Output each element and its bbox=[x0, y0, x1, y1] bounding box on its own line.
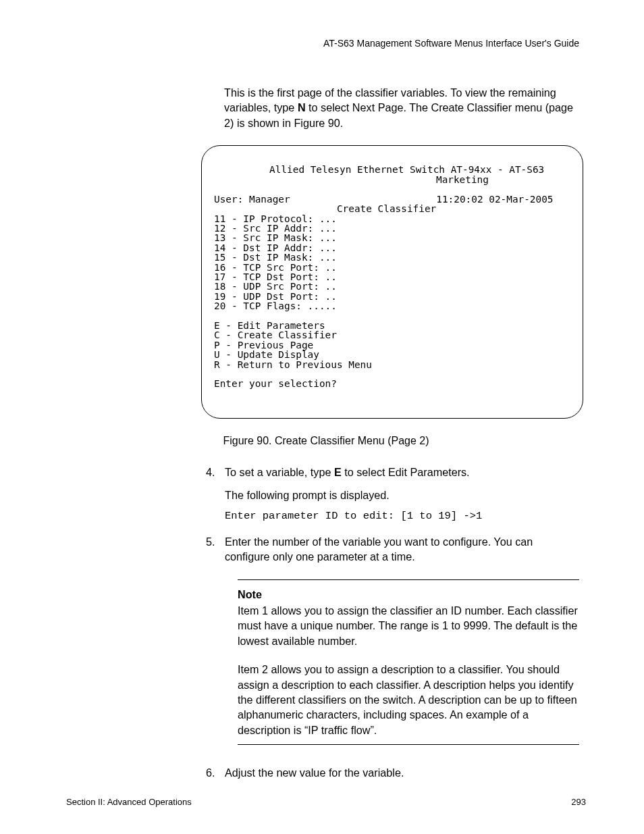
step-4: 4. To set a variable, type E to select E… bbox=[206, 465, 579, 479]
step-text: Adjust the new value for the variable. bbox=[225, 765, 579, 780]
terminal-row: 20 - TCP Flags: ..... bbox=[214, 301, 337, 311]
terminal-content: Allied Telesyn Ethernet Switch AT-94xx -… bbox=[214, 165, 570, 388]
note-paragraph-2: Item 2 allows you to assign a descriptio… bbox=[238, 662, 579, 737]
step-number: 4. bbox=[206, 465, 225, 479]
intro-paragraph: This is the first page of the classifier… bbox=[224, 85, 579, 130]
step-number: 5. bbox=[206, 534, 225, 565]
step-text: To set a variable, type E to select Edit… bbox=[225, 465, 579, 479]
step-text: Enter the number of the variable you wan… bbox=[225, 534, 579, 565]
terminal-screen: Allied Telesyn Ethernet Switch AT-94xx -… bbox=[201, 145, 583, 419]
step-number: 6. bbox=[206, 765, 225, 780]
step-5: 5. Enter the number of the variable you … bbox=[206, 534, 579, 565]
step-4-prompt: Enter parameter ID to edit: [1 to 19] ->… bbox=[225, 510, 586, 522]
terminal-prompt: Enter your selection? bbox=[214, 378, 337, 389]
page-footer: Section II: Advanced Operations 293 bbox=[66, 797, 586, 807]
step-6: 6. Adjust the new value for the variable… bbox=[206, 765, 579, 780]
footer-section: Section II: Advanced Operations bbox=[66, 797, 192, 807]
terminal-cmd: R - Return to Previous Menu bbox=[214, 359, 372, 370]
running-header: AT-S63 Management Software Menus Interfa… bbox=[66, 38, 579, 49]
step-4-subtext: The following prompt is displayed. bbox=[225, 489, 579, 502]
page: AT-S63 Management Software Menus Interfa… bbox=[0, 0, 644, 834]
note-paragraph-1: Item 1 allows you to assign the classifi… bbox=[238, 603, 579, 648]
terminal-subtitle: Create Classifier bbox=[337, 203, 436, 214]
note-block: Note Item 1 allows you to assign the cla… bbox=[238, 579, 579, 745]
note-title: Note bbox=[238, 587, 579, 602]
intro-key: N bbox=[298, 101, 306, 113]
footer-page-number: 293 bbox=[571, 797, 586, 807]
figure-caption: Figure 90. Create Classifier Menu (Page … bbox=[66, 435, 586, 447]
terminal-title1: Allied Telesyn Ethernet Switch AT-94xx -… bbox=[214, 165, 570, 184]
terminal-figure: Allied Telesyn Ethernet Switch AT-94xx -… bbox=[201, 145, 583, 419]
